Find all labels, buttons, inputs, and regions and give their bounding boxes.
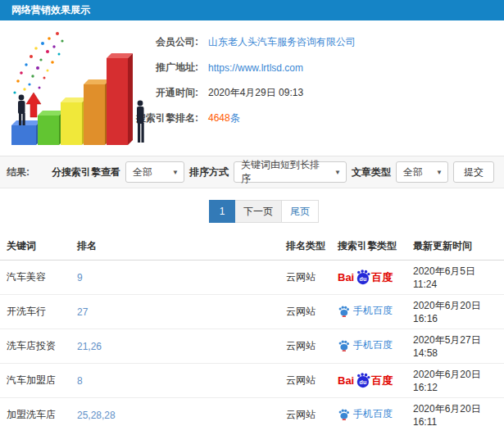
engine-type-cell: 手机百度: [334, 329, 410, 364]
info-row-company: 会员公司: 山东老人头汽车服务咨询有限公司: [123, 35, 504, 49]
rank-cell: 21,26: [74, 329, 283, 364]
rank-cell: 8: [74, 364, 283, 398]
rank-link[interactable]: 25,28,28: [77, 410, 116, 421]
mobile-baidu-label: 手机百度: [353, 338, 393, 352]
table-header-row: 关键词 排名 排名类型 搜索引擎类型 最新更新时间: [0, 233, 504, 261]
bar-chart-graphic: [0, 24, 148, 155]
confetti-dots: [13, 32, 63, 94]
updated-cell: 2020年6月5日 11:24: [410, 261, 504, 295]
page-header: 网络营销效果展示: [0, 0, 504, 20]
updated-cell: 2020年5月27日 14:58: [410, 329, 504, 364]
keyword-cell: 汽车美容: [0, 261, 74, 295]
rank-cell: 27: [74, 295, 283, 329]
baidu-logo: Baidu百度: [338, 373, 393, 388]
mobile-baidu-logo: 手机百度: [338, 407, 393, 421]
engine-filter-select[interactable]: 全部 ▼: [125, 161, 184, 183]
info-row-open-time: 开通时间: 2020年4月29日 09:13: [123, 86, 504, 100]
engine-filter-label: 分搜索引擎查看: [52, 165, 120, 179]
header-keyword: 关键词: [0, 233, 74, 261]
rank-link[interactable]: 27: [77, 306, 88, 318]
table-row: 洗车店投资21,26云网站手机百度2020年5月27日 14:58: [0, 329, 504, 364]
engine-type-cell: 手机百度: [334, 398, 410, 426]
table-row: 汽车美容9云网站Baidu百度2020年6月5日 11:24: [0, 261, 504, 295]
rank-type-cell: 云网站: [283, 295, 334, 329]
keyword-cell: 开洗车行: [0, 295, 74, 329]
account-info-section: 会员公司: 山东老人头汽车服务咨询有限公司 推广地址: https://www.…: [0, 20, 504, 156]
rank-cell: 25,28,28: [74, 398, 283, 426]
rank-count-value: 4648条: [208, 111, 240, 125]
table-row: 加盟洗车店25,28,28云网站手机百度2020年6月20日 16:11: [0, 398, 504, 426]
baidu-logo: Baidu百度: [338, 270, 393, 285]
article-type-select[interactable]: 全部 ▼: [396, 161, 448, 183]
table-row: 汽车加盟店8云网站Baidu百度2020年6月20日 16:12: [0, 364, 504, 398]
sort-label: 排序方式: [189, 165, 229, 179]
updated-cell: 2020年6月20日 16:16: [410, 295, 504, 329]
mobile-baidu-logo: 手机百度: [338, 338, 393, 352]
rank-link[interactable]: 8: [77, 375, 83, 387]
filter-controls: 分搜索引擎查看 全部 ▼ 排序方式 关键词由短到长排序 ▼ 文章类型 全部 ▼ …: [52, 161, 494, 183]
header-rank: 排名: [74, 233, 283, 261]
keyword-cell: 加盟洗车店: [0, 398, 74, 426]
sort-select[interactable]: 关键词由短到长排序 ▼: [234, 161, 347, 183]
keyword-cell: 洗车店投资: [0, 329, 74, 364]
open-time-value: 2020年4月29日 09:13: [208, 86, 303, 100]
mobile-baidu-label: 手机百度: [353, 304, 393, 318]
rank-cell: 9: [74, 261, 283, 295]
header-engine-type: 搜索引擎类型: [334, 233, 410, 261]
engine-filter-value: 全部: [133, 165, 152, 179]
chevron-down-icon: ▼: [166, 169, 179, 176]
rank-type-cell: 云网站: [283, 398, 334, 426]
baidu-paw-icon: du: [355, 270, 370, 285]
chevron-down-icon: ▼: [328, 169, 341, 176]
info-row-rank-count: 搜索引擎排名: 4648条: [123, 111, 504, 125]
bar-red: [107, 53, 133, 145]
marketing-chart-illustration: [0, 24, 148, 155]
updated-cell: 2020年6月20日 16:11: [410, 398, 504, 426]
bar-green: [38, 111, 64, 145]
pagination: 1 下一页 尾页: [209, 200, 504, 223]
rank-type-cell: 云网站: [283, 261, 334, 295]
engine-type-cell: Baidu百度: [334, 261, 410, 295]
mobile-baidu-logo: 手机百度: [338, 304, 393, 318]
businessman-right: [137, 101, 144, 143]
result-label: 结果:: [7, 165, 30, 179]
page-button-last[interactable]: 尾页: [282, 200, 319, 223]
updated-cell: 2020年6月20日 16:12: [410, 364, 504, 398]
article-type-value: 全部: [403, 165, 423, 179]
bar-orange: [84, 79, 110, 145]
engine-type-cell: 手机百度: [334, 295, 410, 329]
baidu-paw-icon: [338, 408, 350, 420]
header-rank-type: 排名类型: [283, 233, 334, 261]
article-type-label: 文章类型: [352, 165, 391, 179]
up-arrow: [26, 93, 41, 117]
table-body: 汽车美容9云网站Baidu百度2020年6月5日 11:24开洗车行27云网站手…: [0, 261, 504, 426]
chevron-down-icon: ▼: [429, 169, 443, 176]
header-updated: 最新更新时间: [410, 233, 504, 261]
rank-count-unit: 条: [230, 112, 240, 124]
engine-type-cell: Baidu百度: [334, 364, 410, 398]
promo-url-link[interactable]: https://www.lrtlsd.com: [208, 62, 303, 74]
page-button-next[interactable]: 下一页: [235, 200, 282, 223]
table-row: 开洗车行27云网站手机百度2020年6月20日 16:16: [0, 295, 504, 329]
baidu-paw-icon: du: [355, 373, 370, 388]
baidu-paw-icon: [338, 305, 350, 317]
submit-button[interactable]: 提交: [453, 161, 494, 183]
company-link[interactable]: 山东老人头汽车服务咨询有限公司: [208, 35, 356, 49]
rank-link[interactable]: 21,26: [77, 341, 102, 352]
baidu-paw-icon: [338, 339, 350, 351]
rank-type-cell: 云网站: [283, 329, 334, 364]
results-table: 关键词 排名 排名类型 搜索引擎类型 最新更新时间 汽车美容9云网站Baidu百…: [0, 233, 504, 426]
page-button-current[interactable]: 1: [209, 200, 235, 223]
bar-blue: [11, 120, 41, 145]
mobile-baidu-label: 手机百度: [353, 407, 393, 421]
rank-link[interactable]: 9: [77, 272, 83, 283]
rank-count-number: 4648: [208, 112, 230, 124]
svg-text:du: du: [360, 379, 367, 386]
svg-text:du: du: [360, 276, 367, 283]
rank-type-cell: 云网站: [283, 364, 334, 398]
page-title: 网络营销效果展示: [11, 3, 90, 17]
sort-value: 关键词由短到长排序: [241, 158, 328, 186]
account-info-rows: 会员公司: 山东老人头汽车服务咨询有限公司 推广地址: https://www.…: [123, 20, 504, 125]
filter-bar: 结果: 分搜索引擎查看 全部 ▼ 排序方式 关键词由短到长排序 ▼ 文章类型 全…: [0, 156, 504, 188]
bar-yellow: [61, 97, 87, 145]
